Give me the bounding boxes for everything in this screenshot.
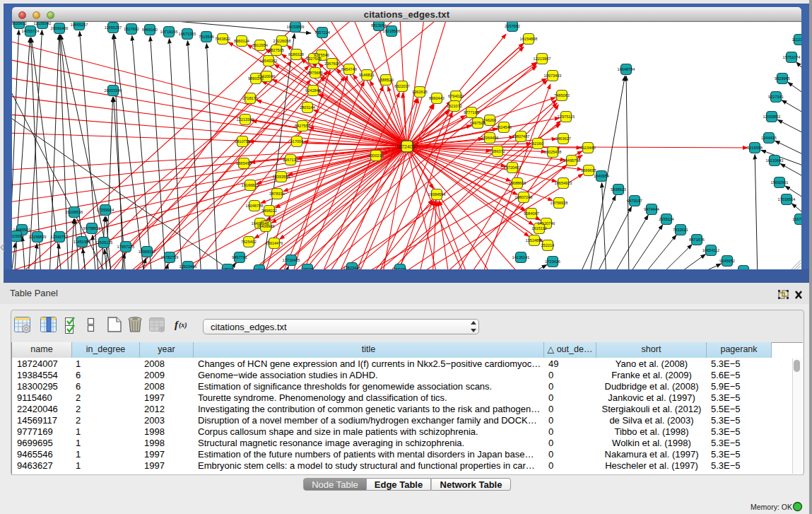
svg-text:9827505: 9827505: [269, 48, 284, 52]
svg-text:15751074: 15751074: [783, 55, 801, 59]
svg-text:19756928: 19756928: [551, 201, 568, 205]
svg-text:12505135: 12505135: [95, 240, 113, 245]
svg-text:8427552: 8427552: [295, 124, 310, 128]
svg-text:2037682: 2037682: [505, 24, 520, 28]
svg-text:12213363: 12213363: [237, 117, 254, 122]
svg-text:9227341: 9227341: [768, 95, 784, 99]
svg-text:16409949: 16409949: [257, 224, 275, 228]
svg-text:12975115: 12975115: [558, 115, 575, 119]
svg-text:16648784: 16648784: [618, 67, 635, 71]
svg-text:9084067: 9084067: [524, 211, 539, 216]
svg-text:3915954: 3915954: [12, 234, 24, 238]
svg-text:16033809: 16033809: [287, 25, 305, 29]
svg-text:1621072: 1621072: [447, 104, 462, 108]
svg-text:23226058: 23226058: [273, 39, 291, 43]
svg-text:13353594: 13353594: [273, 175, 290, 179]
svg-text:10807487: 10807487: [512, 134, 530, 139]
svg-text:16210643: 16210643: [766, 158, 784, 163]
svg-text:3498222: 3498222: [261, 209, 277, 213]
svg-text:10025438: 10025438: [544, 150, 562, 154]
svg-text:2367608: 2367608: [324, 62, 340, 66]
svg-text:7463822: 7463822: [215, 37, 230, 41]
svg-text:16046788: 16046788: [246, 204, 264, 208]
svg-text:10654112: 10654112: [702, 248, 719, 252]
svg-text:11451954: 11451954: [73, 240, 90, 244]
svg-text:16465901: 16465901: [13, 228, 31, 232]
svg-text:128234: 128234: [221, 267, 235, 269]
svg-text:167435: 167435: [394, 267, 407, 269]
svg-text:9115460: 9115460: [580, 146, 595, 150]
svg-text:9242848: 9242848: [305, 88, 321, 93]
svg-text:8186328: 8186328: [288, 52, 304, 57]
svg-text:1810755: 1810755: [235, 139, 250, 144]
svg-text:16914479: 16914479: [266, 241, 283, 245]
svg-text:12923466: 12923466: [180, 264, 197, 269]
svg-text:1244415: 1244415: [761, 136, 777, 140]
svg-text:2718176: 2718176: [242, 96, 258, 100]
svg-text:1615112: 1615112: [531, 226, 546, 230]
svg-text:417004: 417004: [290, 139, 304, 144]
svg-text:3624546: 3624546: [496, 125, 512, 129]
svg-text:15692901: 15692901: [771, 180, 789, 185]
svg-text:9245652: 9245652: [719, 259, 735, 263]
svg-text:1362615: 1362615: [412, 90, 428, 94]
svg-text:1640954: 1640954: [594, 174, 609, 178]
svg-text:9457791: 9457791: [232, 255, 247, 259]
svg-text:6497508: 6497508: [470, 121, 486, 125]
svg-text:10958117: 10958117: [139, 250, 155, 254]
svg-text:2300213: 2300213: [368, 153, 384, 158]
svg-text:12823446: 12823446: [343, 266, 361, 269]
svg-text:3215958: 3215958: [747, 146, 763, 150]
svg-text:17957225: 17957225: [117, 245, 135, 249]
svg-text:10719155: 10719155: [160, 30, 178, 34]
svg-text:99758671: 99758671: [83, 226, 101, 230]
svg-text:2803144: 2803144: [300, 105, 315, 110]
svg-text:12155342: 12155342: [34, 22, 52, 25]
svg-text:12093852: 12093852: [763, 115, 781, 119]
svg-text:13524851: 13524851: [526, 238, 543, 243]
svg-text:9329965: 9329965: [775, 76, 790, 81]
svg-text:1527602: 1527602: [124, 27, 139, 31]
svg-text:16671355: 16671355: [179, 32, 196, 36]
svg-text:19166825: 19166825: [242, 183, 259, 187]
svg-text:10688609: 10688609: [509, 181, 526, 185]
svg-text:3875685: 3875685: [307, 71, 323, 75]
svg-text:12213967: 12213967: [534, 57, 551, 61]
svg-text:15720407: 15720407: [504, 165, 522, 170]
svg-text:9777169: 9777169: [464, 110, 479, 115]
svg-text:62160: 62160: [532, 141, 543, 146]
svg-text:11955257: 11955257: [105, 25, 122, 30]
svg-text:8454749: 8454749: [341, 67, 357, 71]
svg-text:17359924: 17359924: [97, 208, 114, 212]
svg-text:12342757: 12342757: [51, 235, 69, 239]
svg-text:10973493: 10973493: [544, 74, 562, 78]
svg-text:7632621: 7632621: [673, 228, 688, 232]
svg-text:20053346: 20053346: [105, 88, 122, 93]
svg-text:18807249: 18807249: [515, 195, 533, 199]
svg-text:16543362: 16543362: [260, 59, 278, 63]
svg-text:20206536: 20206536: [66, 210, 83, 214]
svg-text:12156829: 12156829: [29, 235, 47, 239]
svg-text:7625402: 7625402: [241, 240, 257, 244]
svg-text:3878334: 3878334: [269, 192, 285, 196]
svg-text:20091406: 20091406: [51, 26, 69, 30]
svg-text:8635602: 8635602: [12, 22, 27, 25]
svg-text:1965498: 1965498: [236, 161, 252, 165]
svg-text:18724007: 18724007: [396, 144, 418, 149]
svg-text:8471676: 8471676: [689, 238, 705, 242]
svg-text:8990443: 8990443: [429, 96, 445, 100]
svg-text:1588520: 1588520: [378, 78, 394, 82]
svg-text:17016504: 17016504: [778, 197, 796, 201]
svg-text:14055724: 14055724: [22, 29, 40, 33]
svg-text:16154808: 16154808: [520, 37, 538, 41]
svg-text:8960124: 8960124: [234, 39, 249, 43]
svg-text:9463627: 9463627: [555, 136, 571, 141]
svg-text:9327505: 9327505: [306, 57, 322, 61]
svg-text:19218506: 19218506: [383, 29, 401, 33]
svg-text:167253: 167253: [253, 268, 266, 269]
svg-text:6466160: 6466160: [142, 28, 158, 32]
svg-text:13495798: 13495798: [563, 158, 581, 163]
svg-text:14136141: 14136141: [512, 255, 530, 259]
svg-text:14120746: 14120746: [538, 221, 555, 226]
svg-text:3267130: 3267130: [283, 158, 298, 162]
